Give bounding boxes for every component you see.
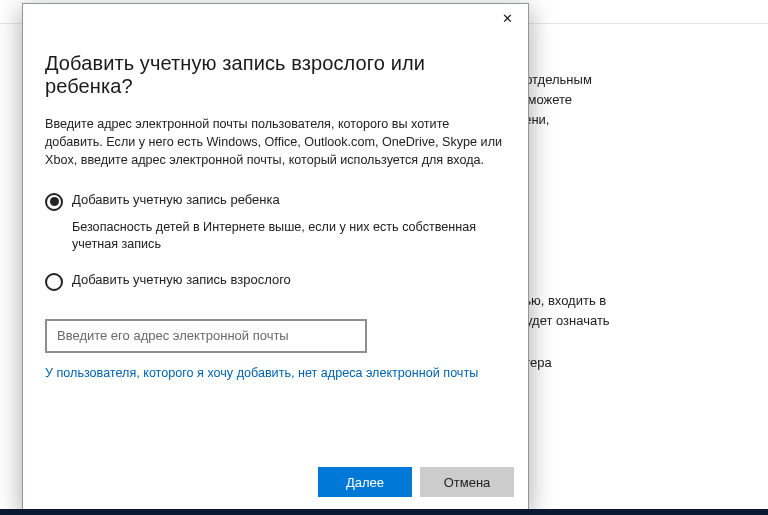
radio-label: Добавить учетную запись ребенка [72, 192, 280, 207]
bg-paragraph-2: емью, входить в е будет означать [508, 291, 742, 331]
radio-add-adult[interactable]: Добавить учетную запись взрослого [45, 272, 506, 291]
no-email-link[interactable]: У пользователя, которого я хочу добавить… [45, 366, 478, 380]
radio-icon [45, 193, 63, 211]
radio-add-child[interactable]: Добавить учетную запись ребенка [45, 192, 506, 211]
dialog-description: Введите адрес электронной почты пользова… [45, 116, 506, 170]
background-text: им ся отдельным же можете емени, емью, в… [508, 50, 768, 395]
radio-icon [45, 273, 63, 291]
radio-child-subtext: Безопасность детей в Интернете выше, есл… [72, 219, 506, 254]
bg-paragraph-3: ьютера [508, 353, 742, 373]
next-button[interactable]: Далее [318, 467, 412, 497]
close-icon: ✕ [502, 11, 513, 26]
radio-label: Добавить учетную запись взрослого [72, 272, 291, 287]
bg-paragraph-1: им ся отдельным же можете емени, [508, 50, 742, 131]
dialog-body: Добавить учетную запись взрослого или ре… [23, 4, 528, 454]
close-button[interactable]: ✕ [486, 4, 528, 32]
dialog-title: Добавить учетную запись взрослого или ре… [45, 52, 506, 98]
add-family-member-dialog: ✕ Добавить учетную запись взрослого или … [22, 3, 529, 511]
dialog-footer: Далее Отмена [23, 454, 528, 510]
email-input[interactable] [45, 319, 367, 353]
cancel-button[interactable]: Отмена [420, 467, 514, 497]
taskbar [0, 509, 768, 515]
